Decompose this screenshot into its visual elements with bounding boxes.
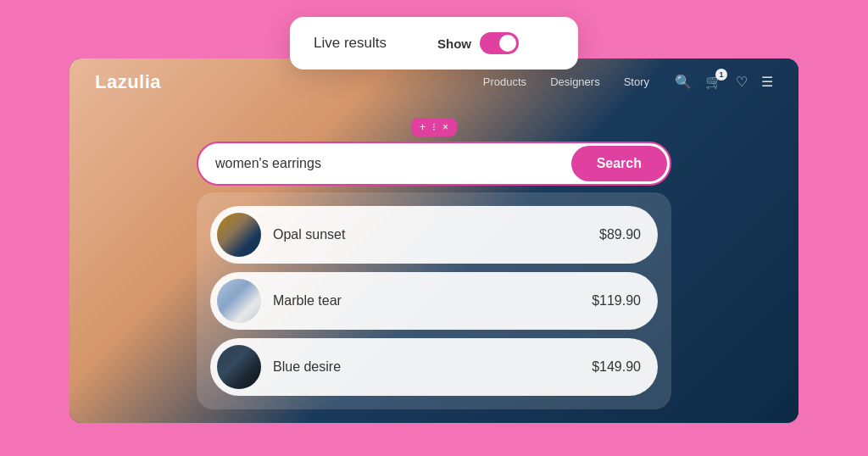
- nav-links: Products Designers Story: [483, 75, 649, 88]
- menu-icon[interactable]: ☰: [761, 74, 773, 90]
- live-results-toggle[interactable]: [480, 32, 519, 54]
- search-icon[interactable]: 🔍: [675, 74, 692, 90]
- main-card: Lazulia Products Designers Story 🔍 🛒 1 ♡…: [70, 58, 798, 423]
- result-price-2: $119.90: [592, 293, 641, 309]
- result-name-3: Blue desire: [273, 359, 580, 375]
- result-name-2: Marble tear: [273, 293, 580, 309]
- outer-background: Live results Show Lazulia Products Desig…: [0, 0, 868, 456]
- toggle-knob: [499, 35, 516, 52]
- search-bar: Search: [197, 142, 671, 186]
- live-results-card: Live results Show: [290, 17, 578, 70]
- search-toolbar: + ⁝ ×: [197, 118, 671, 136]
- search-section: + ⁝ × Search Opal sunset $89.90: [197, 118, 671, 409]
- wishlist-icon[interactable]: ♡: [736, 74, 748, 90]
- nav-icons: 🔍 🛒 1 ♡ ☰: [675, 74, 773, 90]
- cart-icon[interactable]: 🛒 1: [705, 74, 722, 90]
- cart-badge: 1: [715, 69, 727, 81]
- result-thumbnail-3: [217, 345, 261, 389]
- nav-link-designers[interactable]: Designers: [550, 75, 600, 88]
- result-thumbnail-2: [217, 279, 261, 323]
- remove-element-button[interactable]: ×: [442, 121, 448, 133]
- result-item-1[interactable]: Opal sunset $89.90: [210, 206, 658, 264]
- result-thumbnail-1: [217, 213, 261, 257]
- add-element-button[interactable]: +: [420, 121, 426, 133]
- result-price-1: $89.90: [599, 227, 641, 242]
- logo: Lazulia: [95, 71, 161, 93]
- live-results-label: Live results: [314, 35, 387, 52]
- result-name-1: Opal sunset: [273, 227, 587, 242]
- results-dropdown: Opal sunset $89.90 Marble tear $119.90 B…: [197, 192, 671, 409]
- search-toolbar-pill: + ⁝ ×: [411, 118, 457, 136]
- search-button[interactable]: Search: [571, 146, 667, 181]
- move-handle[interactable]: ⁝: [432, 121, 436, 133]
- toggle-container: Show: [437, 32, 519, 54]
- result-price-3: $149.90: [592, 359, 641, 375]
- toggle-label: Show: [437, 36, 471, 51]
- search-input[interactable]: [198, 144, 569, 183]
- result-item-3[interactable]: Blue desire $149.90: [210, 338, 658, 396]
- nav-link-story[interactable]: Story: [624, 75, 649, 88]
- nav-link-products[interactable]: Products: [483, 75, 526, 88]
- result-item-2[interactable]: Marble tear $119.90: [210, 272, 658, 330]
